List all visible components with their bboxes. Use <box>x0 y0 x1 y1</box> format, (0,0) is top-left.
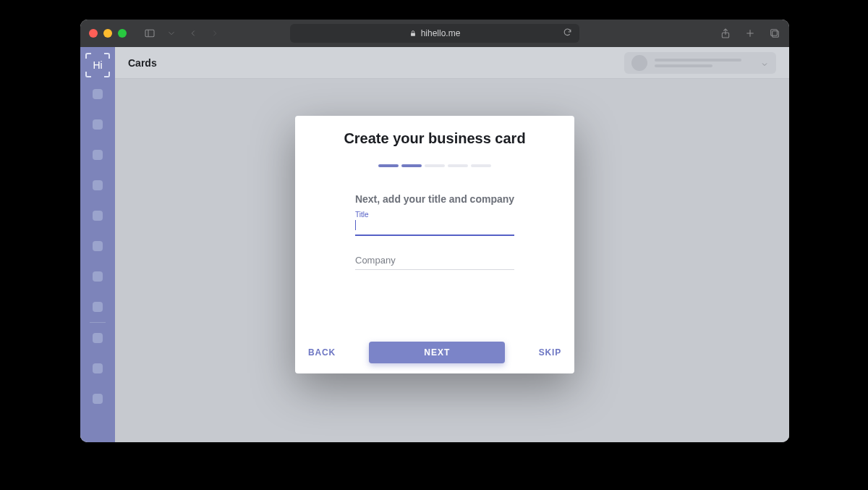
sidebar-item[interactable] <box>93 119 103 130</box>
sidebar-item[interactable] <box>93 394 103 404</box>
sidebar-item[interactable] <box>93 333 103 343</box>
address-bar[interactable]: hihello.me <box>290 24 579 43</box>
app-sidebar: Hi <box>80 47 115 442</box>
new-tab-icon[interactable] <box>744 28 756 39</box>
progress-step <box>425 164 445 167</box>
user-name-placeholder <box>655 59 741 67</box>
share-icon[interactable] <box>720 28 731 39</box>
sidebar-item[interactable] <box>93 150 103 160</box>
title-input[interactable] <box>355 218 514 236</box>
tab-overview-icon[interactable] <box>769 28 780 39</box>
sidebar-item[interactable] <box>93 241 103 251</box>
svg-rect-2 <box>411 33 415 36</box>
skip-button[interactable]: SKIP <box>536 342 564 363</box>
browser-window: hihello.me Hi <box>80 20 789 442</box>
svg-rect-0 <box>145 30 154 36</box>
back-button[interactable]: BACK <box>305 342 339 363</box>
browser-titlebar: hihello.me <box>80 20 789 47</box>
app-topbar: Cards <box>115 47 789 79</box>
sidebar-item[interactable] <box>93 180 103 190</box>
svg-rect-6 <box>773 31 779 38</box>
window-minimize-button[interactable] <box>103 29 112 38</box>
sidebar-divider <box>90 322 106 323</box>
progress-step <box>471 164 491 167</box>
progress-step <box>378 164 399 167</box>
address-bar-host: hihello.me <box>421 28 461 38</box>
modal-subtitle: Next, add your title and company <box>304 193 566 205</box>
chevron-down-icon <box>760 59 769 67</box>
company-field[interactable] <box>355 252 514 270</box>
title-field[interactable]: Title <box>355 218 514 236</box>
app-viewport: Hi Cards <box>80 47 789 442</box>
window-controls <box>89 29 127 38</box>
sidebar-item[interactable] <box>93 89 103 99</box>
nav-back-button[interactable] <box>187 28 199 39</box>
user-menu[interactable] <box>624 52 776 74</box>
avatar <box>631 55 647 71</box>
window-close-button[interactable] <box>89 29 98 38</box>
app-logo[interactable]: Hi <box>87 54 109 76</box>
titlebar-menu-chevron-icon[interactable] <box>166 28 177 39</box>
next-button[interactable]: NEXT <box>369 342 505 363</box>
window-zoom-button[interactable] <box>118 29 127 38</box>
sidebar-toggle-icon[interactable] <box>144 28 156 39</box>
progress-indicator <box>304 164 566 167</box>
sidebar-item[interactable] <box>93 211 103 221</box>
progress-step <box>401 164 422 167</box>
svg-rect-7 <box>771 30 778 36</box>
page-title: Cards <box>128 57 157 69</box>
title-field-label: Title <box>355 211 369 219</box>
company-input[interactable] <box>355 252 514 270</box>
modal-title: Create your business card <box>304 130 566 147</box>
reload-icon[interactable] <box>563 28 572 39</box>
sidebar-item[interactable] <box>93 271 103 282</box>
progress-step <box>448 164 468 167</box>
lock-icon <box>409 29 417 38</box>
nav-forward-button[interactable] <box>209 28 221 39</box>
onboarding-modal: Create your business card Next, add your… <box>295 116 574 373</box>
sidebar-item[interactable] <box>93 363 103 373</box>
sidebar-item[interactable] <box>93 302 103 312</box>
text-cursor <box>355 220 356 230</box>
